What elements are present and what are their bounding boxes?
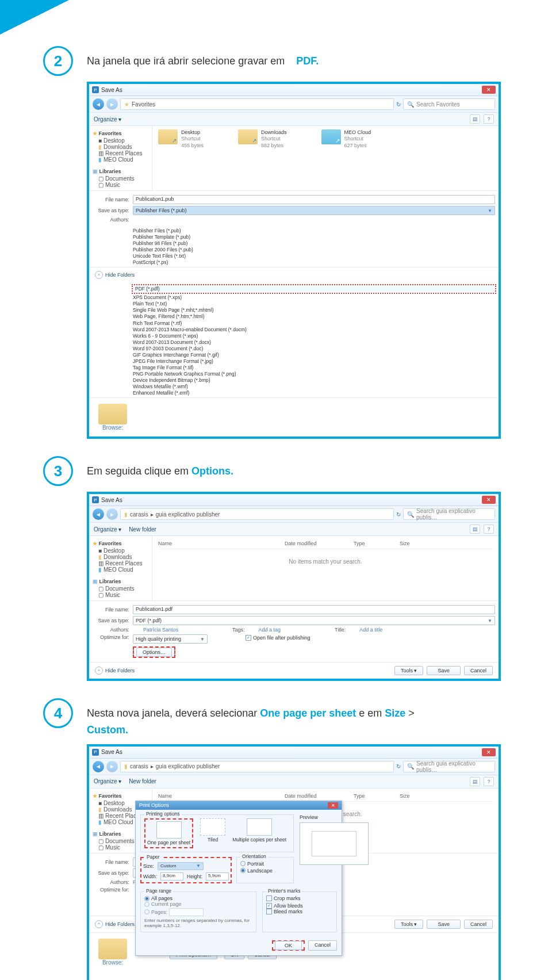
back-button[interactable]: ◄ (93, 508, 104, 520)
sidebar-item-downloads[interactable]: ▮ Downloads (89, 554, 152, 560)
portrait-radio[interactable]: Portrait (240, 861, 264, 867)
close-icon[interactable]: ✕ (482, 748, 496, 756)
ok-button[interactable]: OK (275, 941, 302, 950)
breadcrumb[interactable]: ▮ carasis ▸ guia explicativo publisher (120, 508, 394, 520)
refresh-icon[interactable]: ↻ (396, 101, 401, 108)
sidebar-item-meo[interactable]: ▮ MEO Cloud (89, 156, 152, 163)
height-input[interactable]: 5,9cm (206, 872, 229, 881)
refresh-icon[interactable]: ↻ (396, 763, 401, 770)
search-icon: 🔍 (407, 511, 414, 518)
sidebar-item-desktop[interactable]: ■ Desktop (89, 137, 152, 144)
search-input[interactable]: 🔍 Search guia explicativo publis… (403, 508, 495, 520)
tiled-option[interactable]: Tiled (200, 818, 225, 848)
search-input[interactable]: 🔍 Search Favorites (403, 98, 495, 110)
save-as-dialog-step3: P Save As ✕ ◄ ► ▮ carasis ▸ guia explica… (87, 492, 501, 681)
title-value[interactable]: Add a title (359, 627, 382, 633)
savetype-label: Save as type: (93, 618, 129, 623)
chevron-up-icon[interactable]: ^ (95, 271, 103, 279)
publisher-icon: P (92, 496, 99, 503)
allow-bleeds-checkbox[interactable]: ✓Allow bleeds (266, 903, 303, 909)
sidebar-item-recent[interactable]: ▥ Recent Places (89, 150, 152, 156)
breadcrumb[interactable]: ▮ carasis ▸ guia explicativo publisher (120, 761, 394, 772)
chevron-up-icon[interactable]: ^ (95, 667, 103, 675)
open-after-checkbox[interactable]: ✓Open file after publishing (246, 635, 310, 641)
save-as-dialog-step4: P Save As ✕ ◄ ► ▮ carasis ▸ guia explica… (87, 744, 501, 980)
sidebar-item-documents[interactable]: ▢ Documents (89, 585, 152, 592)
tile-downloads[interactable]: ↗ DownloadsShortcut882 bytes (238, 129, 287, 149)
cancel-button[interactable]: Cancel (308, 940, 337, 951)
hide-folders-link[interactable]: Hide Folders (105, 668, 135, 673)
new-folder-button[interactable]: New folder (129, 526, 156, 533)
crop-marks-checkbox[interactable]: Crop marks (266, 895, 301, 901)
step-number-4: 4 (43, 698, 73, 728)
organize-menu[interactable]: Organize ▾ (94, 526, 121, 533)
new-folder-button[interactable]: New folder (129, 778, 156, 784)
sidebar-item-meo[interactable]: ▮ MEO Cloud (89, 566, 152, 573)
cancel-button[interactable]: Cancel (464, 920, 493, 929)
tags-label: Tags: (232, 627, 245, 633)
view-icon[interactable]: ▤ (470, 114, 480, 124)
savetype-dropdown[interactable]: PDF (*.pdf)▼ (133, 616, 495, 625)
all-pages-radio[interactable]: All pages (144, 895, 172, 901)
pages-radio[interactable]: Pages: (144, 908, 204, 916)
options-button[interactable]: Options… (136, 648, 172, 657)
savetype-dropdown[interactable]: Publisher Files (*.pub)▼ (133, 206, 495, 215)
savetype-dropdown-list[interactable]: Publisher Files (*.pub) Publisher Templa… (129, 227, 499, 267)
multiple-copies-option[interactable]: Multiple copies per sheet (232, 818, 286, 848)
tools-menu[interactable]: Tools ▾ (394, 920, 424, 929)
save-button[interactable]: Save (427, 920, 461, 929)
pages-hint: Enter numbers or ranges separated by com… (144, 918, 252, 928)
sidebar-item-music[interactable]: ▢ Music (89, 592, 152, 598)
filename-input[interactable]: Publication1.pdf (133, 605, 495, 614)
forward-button[interactable]: ► (106, 508, 118, 520)
size-dropdown[interactable]: Custom▼ (158, 862, 204, 870)
back-button[interactable]: ◄ (93, 761, 104, 772)
tile-desktop[interactable]: ↗ DesktopShortcut455 bytes (158, 129, 204, 149)
dialog-title: Save As (101, 749, 122, 755)
authors-value[interactable]: Patrícia Santos (143, 627, 178, 633)
tile-meo[interactable]: ↗ MEO CloudShortcut627 bytes (321, 129, 371, 149)
optimize-dropdown[interactable]: High quality printing▼ (133, 634, 208, 644)
help-icon[interactable]: ? (484, 525, 494, 534)
help-icon[interactable]: ? (484, 777, 494, 786)
view-icon[interactable]: ▤ (470, 777, 480, 786)
view-icon[interactable]: ▤ (470, 525, 480, 534)
hide-folders-link[interactable]: Hide Folders (105, 272, 135, 278)
one-page-per-sheet-option[interactable]: One page per sheet (147, 821, 190, 845)
browse-folder-icon[interactable] (98, 939, 127, 959)
close-icon[interactable]: ✕ (482, 496, 496, 504)
filename-input[interactable]: Publication1.pub (133, 195, 495, 204)
tools-menu[interactable]: Tools ▾ (394, 666, 424, 675)
close-icon[interactable]: ✕ (482, 86, 496, 94)
sidebar-item-downloads[interactable]: ▮ Downloads (89, 144, 152, 150)
sidebar-item-music[interactable]: ▢ Music (89, 182, 152, 188)
no-items-text: No items match your search. (158, 549, 493, 574)
breadcrumb[interactable]: ★ Favorites (120, 98, 394, 110)
savetype-dropdown-list-overflow[interactable]: PDF (*.pdf) XPS Document (*.xps) Plain T… (129, 282, 499, 397)
hide-folders-link[interactable]: Hide Folders (105, 921, 135, 927)
tags-value[interactable]: Add a tag (259, 627, 281, 633)
cancel-button[interactable]: Cancel (464, 666, 493, 675)
current-page-radio[interactable]: Current page (144, 901, 182, 907)
refresh-icon[interactable]: ↻ (396, 511, 401, 518)
organize-menu[interactable]: Organize ▾ (94, 116, 121, 122)
search-input[interactable]: 🔍 Search guia explicativo publis… (403, 761, 495, 772)
bleed-marks-checkbox[interactable]: Bleed marks (266, 909, 302, 914)
sidebar-item-desktop[interactable]: ■ Desktop (89, 548, 152, 554)
organize-menu[interactable]: Organize ▾ (94, 778, 121, 784)
help-icon[interactable]: ? (484, 114, 494, 124)
back-button[interactable]: ◄ (93, 98, 104, 110)
step-3-row: 3 Em seguida clique em Options. (43, 456, 552, 486)
browse-folder-icon[interactable] (98, 404, 127, 424)
forward-button[interactable]: ► (106, 98, 118, 110)
chevron-up-icon[interactable]: ^ (95, 920, 103, 928)
preview-label: Preview (300, 814, 369, 820)
landscape-radio[interactable]: Landscape (240, 868, 273, 874)
pdf-option-highlighted[interactable]: PDF (*.pdf) (134, 285, 494, 293)
close-icon[interactable]: ✕ (328, 802, 338, 809)
forward-button[interactable]: ► (106, 761, 118, 772)
sidebar-item-recent[interactable]: ▥ Recent Places (89, 560, 152, 566)
save-button[interactable]: Save (427, 666, 461, 675)
width-input[interactable]: 8,9cm (160, 872, 183, 881)
sidebar-item-documents[interactable]: ▢ Documents (89, 175, 152, 182)
